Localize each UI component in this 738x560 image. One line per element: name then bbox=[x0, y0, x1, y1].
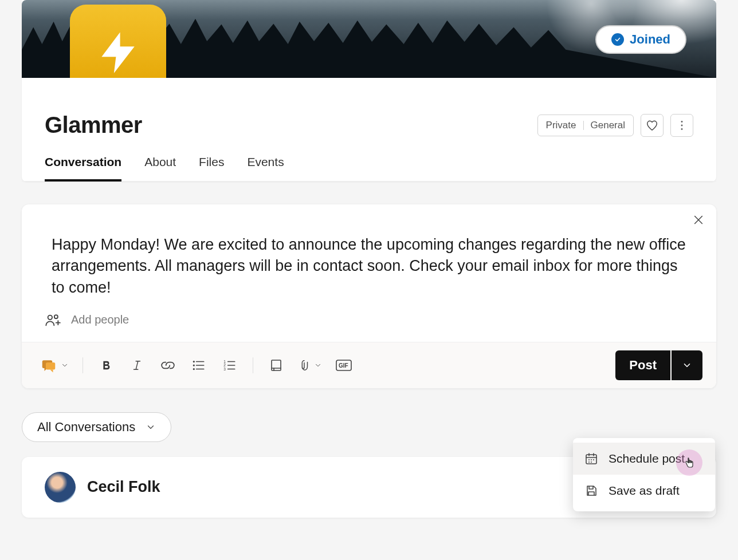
post-options-menu: Schedule post Save as draft bbox=[573, 438, 715, 511]
post-split-button: Post bbox=[615, 350, 702, 380]
bold-icon bbox=[100, 359, 112, 372]
schedule-post-label: Schedule post bbox=[609, 452, 685, 466]
community-header: Joined Glammer Private General Convers bbox=[22, 0, 716, 182]
topics-button[interactable] bbox=[262, 352, 290, 379]
header-actions: Private General bbox=[537, 114, 693, 137]
divider bbox=[83, 357, 83, 373]
chevron-down-icon bbox=[682, 360, 692, 370]
more-vertical-icon bbox=[676, 119, 688, 132]
svg-point-19 bbox=[593, 459, 594, 460]
gif-icon: GIF bbox=[335, 358, 352, 372]
svg-rect-13 bbox=[272, 360, 281, 370]
feed-author: Cecil Folk bbox=[87, 478, 160, 496]
svg-point-0 bbox=[681, 121, 683, 123]
numbered-list-button[interactable]: 123 bbox=[216, 352, 244, 379]
svg-point-3 bbox=[48, 315, 52, 319]
privacy-chip[interactable]: Private General bbox=[537, 115, 634, 136]
svg-point-17 bbox=[588, 459, 590, 460]
discussion-icon bbox=[40, 357, 57, 374]
svg-rect-6 bbox=[46, 362, 55, 370]
svg-point-7 bbox=[193, 361, 195, 362]
svg-point-20 bbox=[588, 462, 590, 463]
gif-button[interactable]: GIF bbox=[330, 352, 358, 379]
svg-point-21 bbox=[591, 462, 592, 463]
composer-close-button[interactable] bbox=[692, 214, 705, 228]
chevron-down-icon bbox=[61, 361, 69, 369]
svg-point-18 bbox=[591, 459, 592, 460]
composer-toolbar: 123 GIF Post bbox=[22, 342, 716, 388]
community-logo bbox=[70, 5, 166, 78]
people-icon bbox=[45, 312, 61, 328]
tab-files[interactable]: Files bbox=[199, 155, 224, 181]
post-options-button[interactable] bbox=[672, 350, 702, 380]
tab-events[interactable]: Events bbox=[247, 155, 284, 181]
discussion-type-picker[interactable] bbox=[36, 352, 73, 379]
more-options-button[interactable] bbox=[670, 114, 693, 137]
svg-point-4 bbox=[54, 315, 58, 318]
cover-image: Joined bbox=[22, 0, 716, 78]
category-label: General bbox=[591, 120, 625, 131]
svg-point-8 bbox=[193, 364, 195, 366]
filter-label: All Conversations bbox=[37, 420, 135, 435]
link-button[interactable] bbox=[154, 352, 182, 379]
italic-button[interactable] bbox=[123, 352, 151, 379]
chevron-down-icon bbox=[146, 422, 156, 432]
italic-icon bbox=[131, 359, 143, 372]
bullet-list-icon bbox=[191, 358, 206, 373]
svg-text:GIF: GIF bbox=[339, 362, 348, 369]
link-icon bbox=[160, 358, 175, 373]
tabs: Conversation About Files Events bbox=[22, 138, 716, 182]
svg-point-9 bbox=[193, 368, 195, 370]
favorite-button[interactable] bbox=[641, 114, 664, 137]
check-icon bbox=[611, 33, 624, 46]
tab-about[interactable]: About bbox=[144, 155, 176, 181]
privacy-label: Private bbox=[546, 120, 576, 131]
divider bbox=[253, 357, 253, 373]
composer-body[interactable]: Happy Monday! We are excited to announce… bbox=[22, 204, 716, 310]
bold-button[interactable] bbox=[92, 352, 120, 379]
composer: Happy Monday! We are excited to announce… bbox=[22, 204, 716, 388]
conversation-filter[interactable]: All Conversations bbox=[22, 412, 171, 442]
attachment-button[interactable] bbox=[293, 352, 327, 379]
bullet-list-button[interactable] bbox=[185, 352, 213, 379]
svg-point-2 bbox=[681, 128, 683, 129]
svg-point-1 bbox=[681, 124, 683, 126]
schedule-post-item[interactable]: Schedule post bbox=[573, 443, 715, 475]
tab-conversation[interactable]: Conversation bbox=[45, 155, 121, 182]
save-draft-item[interactable]: Save as draft bbox=[573, 475, 715, 507]
joined-label: Joined bbox=[630, 32, 670, 47]
svg-text:3: 3 bbox=[223, 366, 226, 370]
numbered-list-icon: 123 bbox=[222, 358, 237, 373]
attachment-icon bbox=[298, 359, 311, 372]
community-title: Glammer bbox=[45, 112, 142, 138]
calendar-icon bbox=[584, 452, 598, 466]
add-people-placeholder[interactable]: Add people bbox=[71, 313, 129, 326]
avatar bbox=[45, 472, 76, 503]
post-button[interactable]: Post bbox=[615, 350, 670, 380]
heart-icon bbox=[646, 119, 658, 132]
joined-button[interactable]: Joined bbox=[595, 25, 686, 54]
book-icon bbox=[269, 358, 283, 372]
chevron-down-icon bbox=[314, 361, 322, 369]
save-draft-label: Save as draft bbox=[609, 484, 680, 498]
close-icon bbox=[692, 214, 705, 226]
save-icon bbox=[584, 484, 598, 498]
